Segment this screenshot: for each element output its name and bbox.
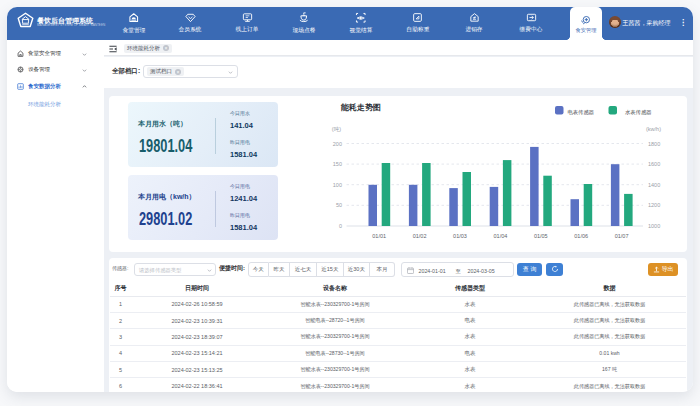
svg-text:1200: 1200	[648, 202, 660, 208]
svg-text:1600: 1600	[648, 161, 660, 167]
svg-text:01/04: 01/04	[494, 233, 508, 239]
svg-text:01/01: 01/01	[372, 233, 386, 239]
svg-text:100: 100	[333, 182, 342, 188]
svg-text:水表传感器: 水表传感器	[625, 109, 651, 116]
svg-text:(吨): (吨)	[332, 126, 341, 132]
svg-text:150: 150	[333, 161, 342, 167]
svg-text:能耗走势图: 能耗走势图	[340, 103, 381, 112]
svg-text:1800: 1800	[648, 141, 660, 147]
svg-text:01/03: 01/03	[453, 233, 467, 239]
svg-text:1400: 1400	[648, 182, 660, 188]
svg-text:0: 0	[339, 223, 342, 229]
svg-text:01/05: 01/05	[534, 233, 548, 239]
svg-text:01/02: 01/02	[413, 233, 427, 239]
svg-text:01/07: 01/07	[615, 233, 629, 239]
svg-text:1000: 1000	[648, 223, 660, 229]
svg-text:200: 200	[333, 141, 342, 147]
svg-text:(kw/h): (kw/h)	[646, 126, 661, 132]
svg-text:50: 50	[336, 202, 342, 208]
svg-text:01/06: 01/06	[574, 233, 588, 239]
svg-text:电表传感器: 电表传感器	[568, 109, 594, 116]
